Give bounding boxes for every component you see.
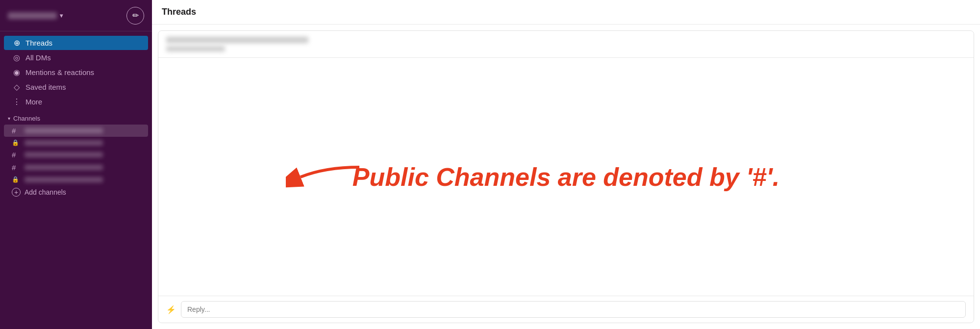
channel-public-icon-4: # xyxy=(12,163,21,172)
annotation-arrow xyxy=(286,157,364,197)
channel-public-icon-1: # xyxy=(12,127,21,135)
channel-name-3 xyxy=(25,152,103,157)
reply-box: ⚡ xyxy=(158,296,974,323)
dms-icon: ◎ xyxy=(12,53,22,62)
channel-lock-icon-5: 🔒 xyxy=(12,176,21,183)
channel-lock-icon-2: 🔒 xyxy=(12,139,21,146)
sidebar: ▾ ✏ ⊕ Threads ◎ All DMs ◉ Mentions & rea… xyxy=(0,0,152,329)
channels-section-label: Channels xyxy=(13,115,40,122)
thread-header-content xyxy=(166,37,966,51)
sidebar-item-all-dms[interactable]: ◎ All DMs xyxy=(4,51,148,65)
annotation-label: Public Channels are denoted by '#'. xyxy=(352,162,779,192)
thread-header-line-2 xyxy=(166,46,225,51)
page-title: Threads xyxy=(162,7,196,17)
sidebar-item-more-label: More xyxy=(25,98,42,106)
reply-lightning-icon: ⚡ xyxy=(166,305,176,314)
threads-icon: ⊕ xyxy=(12,38,22,48)
thread-header xyxy=(158,31,974,58)
main-header: Threads xyxy=(152,0,980,25)
channels-section-header[interactable]: ▾ Channels xyxy=(0,111,152,124)
thread-area: Public Channels are denoted by '#'. ⚡ xyxy=(158,30,974,323)
reply-input[interactable] xyxy=(181,301,966,318)
sidebar-nav: ⊕ Threads ◎ All DMs ◉ Mentions & reactio… xyxy=(0,31,152,329)
add-channels-plus-icon: + xyxy=(12,188,21,197)
mentions-icon: ◉ xyxy=(12,68,22,77)
add-channels-button[interactable]: + Add channels xyxy=(4,185,148,199)
sidebar-item-more[interactable]: ⋮ More xyxy=(4,95,148,109)
add-channels-label: Add channels xyxy=(25,188,66,196)
thread-body: Public Channels are denoted by '#'. xyxy=(158,58,974,296)
sidebar-header: ▾ ✏ xyxy=(0,0,152,31)
workspace-name[interactable]: ▾ xyxy=(8,12,63,19)
channel-name-1 xyxy=(25,128,103,133)
channel-item-5[interactable]: 🔒 xyxy=(4,174,148,185)
sidebar-item-saved-label: Saved items xyxy=(25,83,66,91)
sidebar-item-saved[interactable]: ◇ Saved items xyxy=(4,80,148,94)
channel-name-2 xyxy=(25,140,103,146)
workspace-name-text xyxy=(8,12,57,19)
channel-public-icon-3: # xyxy=(12,151,21,159)
compose-button[interactable]: ✏ xyxy=(126,7,144,25)
sidebar-item-mentions[interactable]: ◉ Mentions & reactions xyxy=(4,65,148,79)
sidebar-item-all-dms-label: All DMs xyxy=(25,53,51,62)
saved-icon: ◇ xyxy=(12,82,22,92)
more-icon: ⋮ xyxy=(12,97,22,106)
channel-name-4 xyxy=(25,165,103,170)
sidebar-item-mentions-label: Mentions & reactions xyxy=(25,68,94,76)
sidebar-item-threads-label: Threads xyxy=(25,39,52,47)
thread-header-line-1 xyxy=(166,37,308,43)
channel-item-1[interactable]: # xyxy=(4,125,148,137)
channel-name-5 xyxy=(25,177,103,182)
channel-item-4[interactable]: # xyxy=(4,161,148,174)
sidebar-item-threads[interactable]: ⊕ Threads xyxy=(4,36,148,50)
channel-item-2[interactable]: 🔒 xyxy=(4,137,148,148)
workspace-chevron-icon: ▾ xyxy=(60,12,63,19)
channel-item-3[interactable]: # xyxy=(4,149,148,161)
main-content: Threads Public Channels are denoted by '… xyxy=(152,0,980,329)
channels-chevron-icon: ▾ xyxy=(8,116,10,121)
compose-icon: ✏ xyxy=(132,11,139,20)
